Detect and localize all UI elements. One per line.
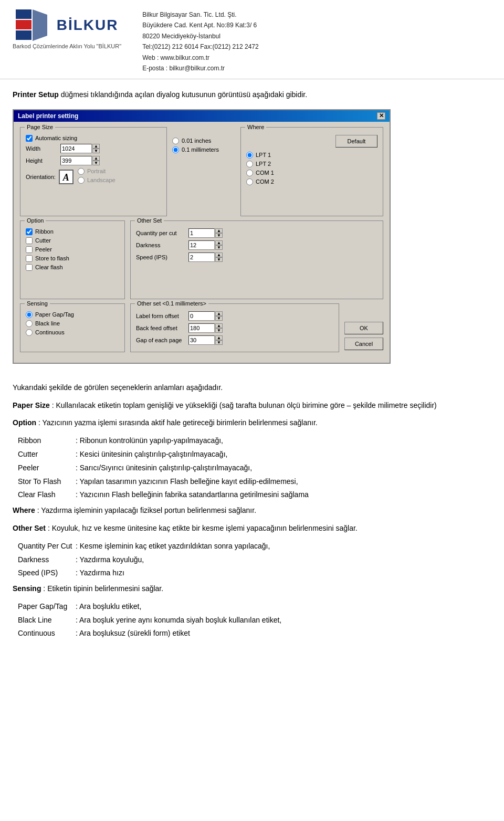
darkness-spin-down[interactable]: ▼	[215, 245, 223, 250]
portrait-radio[interactable]	[78, 168, 85, 175]
measure-options: 0.01 inches 0.1 millimeters	[172, 127, 235, 216]
back-feed-offset-input[interactable]	[188, 323, 215, 333]
other-set-details-table: Quantity Per Cut : Kesme işleminin kaç e…	[18, 540, 491, 580]
speed-spin-up[interactable]: ▲	[215, 252, 223, 257]
company-info-line1: Bilkur Bilgisayar San. Tic. Ltd. Şti.	[142, 9, 259, 20]
gap-of-each-page-spin-down[interactable]: ▼	[215, 340, 223, 345]
default-button[interactable]: Default	[335, 135, 377, 148]
paper-gap-radio[interactable]	[26, 311, 33, 318]
auto-sizing-checkbox[interactable]	[26, 135, 33, 142]
back-feed-offset-spin-down[interactable]: ▼	[215, 328, 223, 333]
mm-radio[interactable]	[172, 146, 179, 153]
sensing-inner: Paper Gap/Tag Black line Continuous	[26, 311, 119, 336]
continuous-desc-term: Continuous	[18, 627, 76, 640]
height-spin-up[interactable]: ▲	[92, 156, 100, 161]
option-legend: Option	[25, 217, 46, 224]
lpt2-radio[interactable]	[246, 161, 253, 167]
label-form-offset-spin-down[interactable]: ▼	[215, 316, 223, 321]
black-line-label: Black line	[35, 320, 60, 327]
qty-per-cut-spin-down[interactable]: ▼	[215, 233, 223, 238]
orientation-icon: A	[59, 170, 74, 184]
ribbon-def: : Ribonun kontrolünün yapılıp-yapılmayac…	[76, 435, 491, 447]
height-row: Height ▲ ▼	[26, 156, 161, 165]
orientation-row: Orientation: A Portrait Landscape	[26, 168, 161, 186]
lpt1-label: LPT 1	[256, 152, 271, 158]
svg-marker-3	[33, 9, 47, 41]
label-form-offset-row: Label form offset ▲ ▼	[136, 311, 333, 321]
clear-flash-checkbox[interactable]	[26, 264, 33, 271]
width-row: Width ▲ ▼	[26, 144, 161, 153]
com2-radio[interactable]	[246, 178, 253, 185]
inches-radio[interactable]	[172, 138, 179, 144]
option-title: Option	[13, 418, 36, 427]
peeler-checkbox[interactable]	[26, 246, 33, 253]
com1-row: COM 1	[246, 170, 377, 176]
gap-of-each-page-input[interactable]	[188, 335, 215, 345]
width-spin-down[interactable]: ▼	[92, 149, 100, 153]
com1-radio[interactable]	[246, 170, 253, 176]
dialog-titlebar: Label printer setting ✕	[14, 110, 390, 122]
lpt1-radio[interactable]	[246, 152, 253, 159]
height-spin-down[interactable]: ▼	[92, 161, 100, 165]
label-form-offset-spin-up[interactable]: ▲	[215, 311, 223, 316]
clear-flash-label: Clear flash	[35, 264, 63, 270]
sensing-details-table: Paper Gap/Tag : Ara boşluklu etiket, Bla…	[18, 601, 491, 640]
gap-of-each-page-spin-up[interactable]: ▲	[215, 335, 223, 340]
speed-spin-down[interactable]: ▼	[215, 257, 223, 262]
store-flash-checkbox[interactable]	[26, 255, 33, 262]
header: BİLKUR Barkod Çözümlerinde Aklın Yolu "B…	[0, 0, 504, 79]
option-details-table: Ribbon : Ribonun kontrolünün yapılıp-yap…	[18, 435, 491, 501]
darkness-spin-up[interactable]: ▲	[215, 240, 223, 245]
width-input[interactable]	[60, 144, 92, 153]
qty-per-cut-def: : Kesme işleminin kaç etiket yazdırıldık…	[76, 540, 491, 553]
width-spin-up[interactable]: ▲	[92, 144, 100, 149]
qty-per-cut-spin-up[interactable]: ▲	[215, 228, 223, 233]
landscape-row: Landscape	[78, 177, 116, 184]
speed-desc-def: : Yazdırma hızı	[76, 567, 491, 580]
height-label: Height	[26, 157, 57, 164]
inches-label: 0.01 inches	[182, 138, 211, 144]
clear-flash-def: : Yazıcının Flash belleğinin fabrika sat…	[76, 489, 491, 501]
cancel-button[interactable]: Cancel	[344, 338, 383, 350]
speed-input[interactable]	[188, 252, 215, 262]
paper-gap-desc-def: : Ara boşluklu etiket,	[76, 601, 491, 613]
darkness-desc-term: Darkness	[18, 554, 76, 566]
company-info: Bilkur Bilgisayar San. Tic. Ltd. Şti. Bü…	[142, 9, 259, 73]
dialog-body: Page Size Automatic sizing Width ▲ ▼	[14, 122, 390, 363]
darkness-input[interactable]	[188, 240, 215, 250]
height-input[interactable]	[60, 156, 92, 165]
option-para: Option : Yazıcının yazma işlemi sırasınd…	[13, 417, 491, 429]
stor-to-flash-detail-row: Stor To Flash : Yapılan tasarımın yazıcı…	[18, 476, 491, 488]
ok-button[interactable]: OK	[344, 322, 383, 334]
where-text: : Yazdırma işleminin yapılacağı fiziksel…	[37, 506, 256, 514]
inches-row: 0.01 inches	[172, 138, 235, 144]
darkness-desc-def: : Yazdırma koyuluğu,	[76, 554, 491, 566]
intro-text: Printer Setup düğmesi tıklandığında açıl…	[0, 89, 504, 109]
dialog-close-button[interactable]: ✕	[377, 112, 385, 120]
cutter-checkbox[interactable]	[26, 237, 33, 244]
lpt2-row: LPT 2	[246, 161, 377, 167]
landscape-radio[interactable]	[78, 177, 85, 184]
auto-sizing-row: Automatic sizing	[26, 135, 161, 142]
label-form-offset-input[interactable]	[188, 311, 215, 321]
speed-desc-term: Speed (IPS)	[18, 567, 76, 580]
portrait-label: Portrait	[87, 168, 106, 174]
back-feed-offset-spin-up[interactable]: ▲	[215, 323, 223, 328]
qty-per-cut-input[interactable]	[188, 228, 215, 238]
paper-gap-detail-row: Paper Gap/Tag : Ara boşluklu etiket,	[18, 601, 491, 613]
paper-gap-desc-term: Paper Gap/Tag	[18, 601, 76, 613]
top-row: Page Size Automatic sizing Width ▲ ▼	[20, 127, 383, 216]
width-label: Width	[26, 145, 57, 152]
black-line-radio[interactable]	[26, 320, 33, 327]
continuous-radio[interactable]	[26, 329, 33, 336]
other-set-mm-group: Other set <0.1 millimeters> Label form o…	[130, 303, 339, 352]
middle-row: Option Ribbon Cutter Peeler	[20, 220, 383, 299]
ribbon-label: Ribbon	[35, 228, 54, 235]
speed-detail-row: Speed (IPS) : Yazdırma hızı	[18, 567, 491, 580]
ribbon-checkbox[interactable]	[26, 228, 33, 235]
black-line-detail-row: Black Line : Ara boşluk yerine aynı konu…	[18, 614, 491, 627]
other-set-group: Other Set Quantity per cut ▲ ▼ Darkness	[130, 220, 383, 299]
store-flash-label: Store to flash	[35, 255, 69, 261]
peeler-term: Peeler	[18, 462, 76, 475]
lpt1-row: LPT 1	[246, 152, 377, 159]
